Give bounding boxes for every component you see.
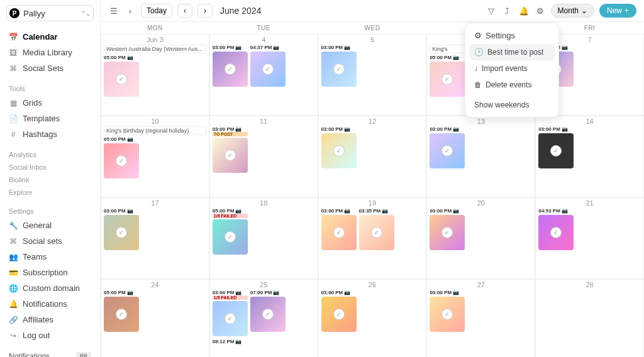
sidebar-item-grids[interactable]: ▦Grids — [6, 95, 94, 111]
calendar-cell[interactable]: 2003:00 PM📷 — [426, 197, 535, 279]
templates-icon: 📄 — [9, 114, 18, 123]
calendar-cell[interactable]: 28 — [535, 279, 644, 357]
calendar-cell[interactable]: 2405:00 PM📷 — [101, 279, 209, 357]
sidebar-toggle-icon[interactable]: ☰ — [108, 6, 119, 16]
calendar-cell[interactable]: 1403:00 PM📷 — [535, 116, 644, 197]
sidebar-item-label: Log out — [23, 331, 50, 340]
chevron-right-icon[interactable]: › — [125, 6, 136, 16]
post-time: 07:00 PM📷 — [250, 290, 286, 295]
scheduled-post[interactable]: 03:00 PM📷 — [321, 126, 357, 168]
scheduled-post[interactable]: 05:00 PM📷 — [104, 55, 139, 97]
scheduled-post[interactable]: 03:35 PM📷 — [359, 208, 394, 250]
sidebar-item-analytics[interactable]: Analytics — [6, 148, 94, 161]
scheduled-post[interactable]: 03:00 PM📷 — [321, 208, 357, 250]
sidebar-item-log-out[interactable]: ↪Log out — [6, 327, 94, 343]
sidebar-item-explore[interactable]: Explore — [6, 186, 94, 199]
scheduled-post[interactable]: 03:00 PM📷 — [430, 126, 465, 168]
calendar-cell[interactable]: 10King's Birthday (regional holiday)05:0… — [101, 116, 209, 197]
day-number: 10 — [104, 118, 206, 125]
scheduled-post[interactable]: 08:12 PM📷 — [213, 339, 248, 344]
scheduled-post[interactable]: 05:00 PM📷1/6 FAILED — [213, 208, 248, 255]
sidebar-item-hashtags[interactable]: #Hashtags — [6, 126, 94, 142]
scheduled-post[interactable]: 05:00 PM📷 — [104, 136, 139, 178]
scheduled-post[interactable]: 03:00 PM📷 — [104, 208, 139, 250]
sidebar-item-general[interactable]: 🔧General — [6, 217, 94, 233]
sidebar-item-media-library[interactable]: 🖼Media Library — [6, 45, 94, 60]
sidebar-item-teams[interactable]: 👥Teams — [6, 249, 94, 265]
sidebar-item-label: Custom domain — [23, 283, 80, 293]
scheduled-post[interactable]: 03:00 PM📷 — [213, 45, 248, 87]
calendar-cell[interactable]: 1703:00 PM📷 — [101, 197, 209, 279]
calendar-cell[interactable]: 1103:00 PM📷TO POST — [209, 116, 318, 197]
popover-item-delete-events[interactable]: 🗑Delete events — [469, 77, 555, 93]
new-button[interactable]: New+ — [599, 4, 636, 18]
scheduled-post[interactable]: 04:53 PM📷 — [538, 208, 574, 250]
prev-button[interactable]: ‹ — [177, 4, 192, 18]
scheduled-post[interactable]: 03:00 PM📷 — [321, 290, 357, 332]
nav-heading-tools: Tools — [6, 82, 94, 95]
sidebar-item-notifications[interactable]: 🔔Notifications — [6, 296, 94, 312]
sidebar-item-label: Social Sets — [23, 63, 64, 73]
calendar-cell[interactable]: 1203:00 PM📷 — [318, 116, 427, 197]
calendar-cell[interactable]: 1303:00 PM📷 — [426, 116, 535, 197]
calendar-cell[interactable]: 2703:00 PM📷 — [426, 279, 535, 357]
scheduled-post[interactable]: 04:37 PM📷 — [250, 45, 286, 87]
sidebar-item-custom-domain[interactable]: 🌐Custom domain — [6, 280, 94, 296]
sidebar-item-social-sets[interactable]: ⌘Social Sets — [6, 60, 94, 76]
scheduled-post[interactable]: 03:00 PM📷 — [538, 126, 574, 168]
calendar-cell[interactable]: 2503:00 PM📷1/5 FAILED07:00 PM📷08:12 PM📷 — [209, 279, 318, 357]
scheduled-post[interactable]: 03:00 PM📷 — [321, 45, 357, 87]
sidebar-item-subscription[interactable]: 💳Subscription — [6, 265, 94, 280]
instagram-icon: 📷 — [453, 208, 459, 214]
calendar-cell[interactable]: 2603:00 PM📷 — [318, 279, 427, 357]
sidebar-item-affiliates[interactable]: 🔗Affiliates — [6, 312, 94, 327]
sidebar-item-label: Media Library — [23, 48, 72, 57]
popover-show-weekends[interactable]: Show weekends — [469, 97, 555, 113]
notifications-footer[interactable]: Notifications 88 — [6, 349, 94, 357]
filter-icon[interactable]: ▽ — [486, 6, 497, 16]
scheduled-post[interactable]: 05:00 PM📷 — [430, 55, 465, 97]
post-thumbnail — [104, 297, 139, 332]
social-sets-icon: ⌘ — [9, 237, 18, 246]
calendar-cell[interactable]: 1805:00 PM📷1/6 FAILED — [209, 197, 318, 279]
sidebar-item-social-sets[interactable]: ⌘Social sets — [6, 233, 94, 249]
general-icon: 🔧 — [9, 221, 18, 230]
chevron-updown-icon: ⌃⌄ — [80, 10, 91, 17]
sidebar-item-templates[interactable]: 📄Templates — [6, 111, 94, 126]
calendar-cell[interactable]: 503:00 PM📷 — [318, 34, 427, 116]
scheduled-post[interactable]: 03:00 PM📷TO POST — [213, 126, 248, 173]
scheduled-post[interactable]: 03:00 PM📷 — [430, 208, 465, 250]
scheduled-post[interactable]: 07:00 PM📷 — [250, 290, 286, 336]
popover-item-import-events[interactable]: ↓Import events — [469, 60, 555, 77]
post-time: 04:53 PM📷 — [538, 208, 574, 214]
post-time: 03:00 PM📷 — [104, 208, 139, 214]
bell-icon[interactable]: 🔔 — [518, 6, 530, 16]
calendar-cell[interactable]: Jun 3Western Australia Day (Western Aus.… — [101, 34, 209, 116]
next-button[interactable]: › — [197, 4, 213, 18]
custom-domain-icon: 🌐 — [9, 284, 18, 293]
view-switcher[interactable]: Month⌄ — [551, 4, 594, 18]
gear-icon[interactable]: ⚙ — [535, 6, 546, 16]
scheduled-post[interactable]: 03:00 PM📷1/5 FAILED — [213, 290, 248, 336]
sidebar-item-biolink[interactable]: Biolink — [6, 173, 94, 186]
scheduled-post[interactable]: 05:00 PM📷 — [104, 290, 139, 332]
workspace-switcher[interactable]: P Pallyy ⌃⌄ — [6, 5, 94, 21]
calendar-cell[interactable]: 403:00 PM📷04:37 PM📷 — [209, 34, 318, 116]
calendar-cell[interactable]: 1903:00 PM📷03:35 PM📷 — [318, 197, 427, 279]
sidebar-item-label: Templates — [23, 114, 60, 123]
post-thumbnail — [104, 215, 139, 250]
popover-item-best-time-to-post[interactable]: 🕒Best time to post — [469, 44, 555, 60]
share-icon[interactable]: ⤴ — [502, 6, 513, 16]
gear-icon: ⚙ — [474, 31, 482, 40]
post-time: 03:35 PM📷 — [359, 208, 394, 214]
today-button[interactable]: Today — [141, 4, 172, 18]
post-thumbnail — [538, 133, 574, 168]
calendar: MONTUEWEDTHUFRI Jun 3Western Australia D… — [101, 22, 644, 357]
post-status-tag: 1/6 FAILED — [213, 214, 248, 218]
post-time: 03:00 PM📷 — [321, 45, 357, 50]
sidebar-item-social-inbox[interactable]: Social Inbox — [6, 161, 94, 173]
sidebar-item-label: Grids — [23, 98, 42, 107]
sidebar-item-calendar[interactable]: 📅Calendar — [6, 29, 94, 45]
calendar-cell[interactable]: 2104:53 PM📷 — [535, 197, 644, 279]
scheduled-post[interactable]: 03:00 PM📷 — [430, 290, 465, 332]
